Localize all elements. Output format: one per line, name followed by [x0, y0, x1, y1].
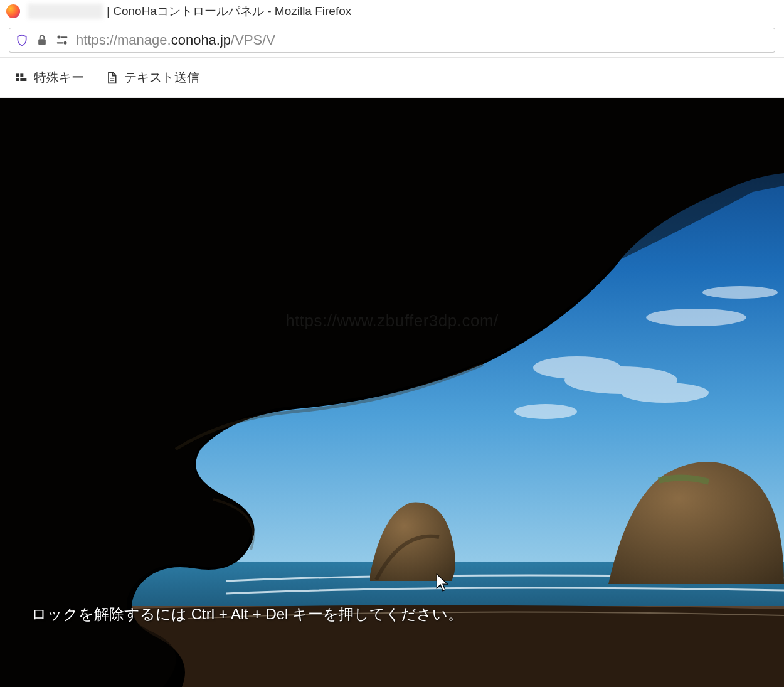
svg-rect-0	[38, 39, 46, 45]
tracking-protection-icon[interactable]	[16, 34, 28, 46]
svg-rect-6	[20, 73, 23, 77]
svg-point-3	[64, 41, 67, 45]
url-path: /VPS/V	[231, 32, 275, 48]
svg-rect-4	[57, 42, 63, 43]
window-title: | ConoHaコントロールパネル - Mozilla Firefox	[107, 3, 351, 19]
svg-rect-8	[20, 78, 26, 81]
window-titlebar: | ConoHaコントロールパネル - Mozilla Firefox	[0, 0, 784, 23]
svg-point-14	[646, 309, 746, 326]
firefox-logo-icon	[6, 4, 20, 18]
svg-rect-7	[16, 78, 19, 81]
url-scheme: https://	[76, 32, 117, 48]
svg-point-15	[702, 286, 778, 299]
console-toolbar: 特殊キー テキスト送信	[0, 58, 784, 98]
permissions-icon[interactable]	[56, 34, 68, 46]
send-text-button[interactable]: テキスト送信	[99, 65, 206, 90]
mouse-cursor-icon	[436, 573, 450, 592]
svg-point-1	[58, 36, 61, 39]
watermark-text: https://www.zbuffer3dp.com/	[285, 311, 499, 331]
svg-point-13	[514, 404, 577, 419]
windows-lock-screen-wallpaper	[0, 98, 784, 687]
svg-rect-5	[16, 73, 19, 77]
url-display[interactable]: https://manage.conoha.jp/VPS/V	[76, 32, 275, 48]
special-keys-label: 特殊キー	[34, 69, 84, 86]
url-domain: conoha.jp	[171, 32, 231, 48]
address-bar-container: https://manage.conoha.jp/VPS/V	[0, 23, 784, 58]
lock-screen-message: ロックを解除するには Ctrl + Alt + Del キーを押してください。	[31, 604, 463, 624]
svg-rect-2	[61, 36, 67, 38]
obscured-text	[28, 4, 103, 19]
svg-point-12	[621, 383, 709, 403]
special-keys-button[interactable]: 特殊キー	[9, 65, 90, 90]
document-icon	[105, 72, 118, 84]
send-text-label: テキスト送信	[124, 69, 199, 86]
remote-console-viewport[interactable]: https://www.zbuffer3dp.com/ ロックを解除するには C…	[0, 98, 784, 687]
lock-icon[interactable]	[36, 34, 48, 46]
url-subdomain: manage.	[117, 32, 171, 48]
keyboard-keys-icon	[15, 72, 28, 84]
address-bar[interactable]: https://manage.conoha.jp/VPS/V	[9, 28, 775, 53]
